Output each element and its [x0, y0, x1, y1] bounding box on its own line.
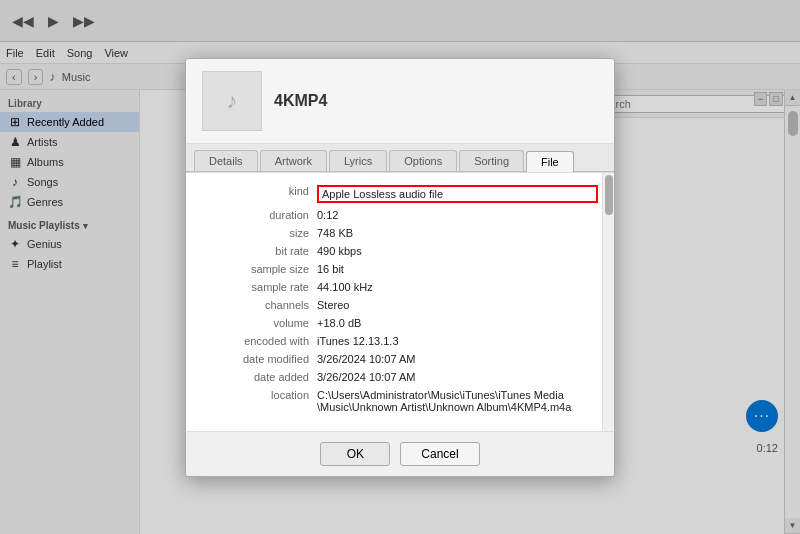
- kind-label: kind: [202, 185, 317, 197]
- file-info-bitrate-row: bit rate 490 kbps: [202, 245, 598, 257]
- bit-rate-value: 490 kbps: [317, 245, 598, 257]
- date-modified-value: 3/26/2024 10:07 AM: [317, 353, 598, 365]
- tab-artwork[interactable]: Artwork: [260, 150, 327, 171]
- volume-value: +18.0 dB: [317, 317, 598, 329]
- file-info-sample-size-row: sample size 16 bit: [202, 263, 598, 275]
- file-info-volume-row: volume +18.0 dB: [202, 317, 598, 329]
- file-info-encoded-row: encoded with iTunes 12.13.1.3: [202, 335, 598, 347]
- track-info-modal: ♪ 4KMP4 Details Artwork Lyrics Options S…: [185, 58, 615, 477]
- modal-content: kind Apple Lossless audio file duration …: [186, 172, 614, 431]
- channels-value: Stereo: [317, 299, 598, 311]
- tab-sorting[interactable]: Sorting: [459, 150, 524, 171]
- sample-size-label: sample size: [202, 263, 317, 275]
- file-info-channels-row: channels Stereo: [202, 299, 598, 311]
- tab-details[interactable]: Details: [194, 150, 258, 171]
- file-info-date-added-row: date added 3/26/2024 10:07 AM: [202, 371, 598, 383]
- duration-value: 0:12: [317, 209, 598, 221]
- music-note-icon: ♪: [227, 88, 238, 114]
- ok-button[interactable]: OK: [320, 442, 390, 466]
- location-label: location: [202, 389, 317, 401]
- modal-scroll-thumb[interactable]: [605, 175, 613, 215]
- size-value: 748 KB: [317, 227, 598, 239]
- file-info-size-row: size 748 KB: [202, 227, 598, 239]
- size-label: size: [202, 227, 317, 239]
- modal-track-title: 4KMP4: [274, 92, 327, 110]
- tab-lyrics[interactable]: Lyrics: [329, 150, 387, 171]
- sample-rate-value: 44.100 kHz: [317, 281, 598, 293]
- sample-size-value: 16 bit: [317, 263, 598, 275]
- kind-value: Apple Lossless audio file: [317, 185, 598, 203]
- file-info-kind-row: kind Apple Lossless audio file: [202, 185, 598, 203]
- modal-header: ♪ 4KMP4: [186, 59, 614, 144]
- cancel-button[interactable]: Cancel: [400, 442, 479, 466]
- location-filename: 4KMP4.m4a: [511, 401, 572, 413]
- date-added-value: 3/26/2024 10:07 AM: [317, 371, 598, 383]
- duration-label: duration: [202, 209, 317, 221]
- date-modified-label: date modified: [202, 353, 317, 365]
- modal-footer: OK Cancel: [186, 431, 614, 476]
- bit-rate-label: bit rate: [202, 245, 317, 257]
- file-info-sample-rate-row: sample rate 44.100 kHz: [202, 281, 598, 293]
- modal-overlay: ♪ 4KMP4 Details Artwork Lyrics Options S…: [0, 0, 800, 534]
- modal-tabs: Details Artwork Lyrics Options Sorting F…: [186, 144, 614, 172]
- modal-scrollbar[interactable]: [602, 173, 614, 431]
- tab-file[interactable]: File: [526, 151, 574, 172]
- encoded-with-label: encoded with: [202, 335, 317, 347]
- file-info-date-modified-row: date modified 3/26/2024 10:07 AM: [202, 353, 598, 365]
- encoded-with-value: iTunes 12.13.1.3: [317, 335, 598, 347]
- album-art: ♪: [202, 71, 262, 131]
- tab-options[interactable]: Options: [389, 150, 457, 171]
- file-info-location-row: location C:\Users\Administrator\Music\iT…: [202, 389, 598, 413]
- channels-label: channels: [202, 299, 317, 311]
- itunes-window: ◀◀ ▶ ▶▶ File Edit Song View ‹ › ♪ Music …: [0, 0, 800, 534]
- file-info-duration-row: duration 0:12: [202, 209, 598, 221]
- sample-rate-label: sample rate: [202, 281, 317, 293]
- location-value: C:\Users\Administrator\Music\iTunes\iTun…: [317, 389, 598, 413]
- volume-label: volume: [202, 317, 317, 329]
- date-added-label: date added: [202, 371, 317, 383]
